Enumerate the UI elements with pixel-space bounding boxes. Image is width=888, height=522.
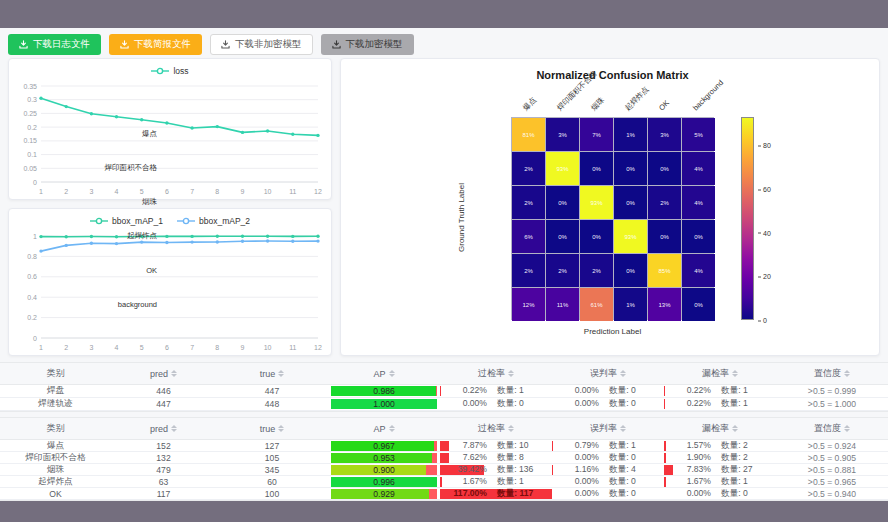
column-header-pred[interactable]: pred <box>111 424 216 434</box>
confidence-cell: >0.5 = 1.000 <box>776 398 888 410</box>
download-icon <box>19 40 28 49</box>
svg-text:0.4: 0.4 <box>27 294 37 301</box>
svg-text:9: 9 <box>241 344 245 351</box>
legend-item-bbox_mAP_2[interactable]: bbox_mAP_2 <box>177 216 250 226</box>
matrix-cell: 0% <box>682 288 715 321</box>
map-chart-card: bbox_mAP_1bbox_mAP_2 00.20.40.60.8112345… <box>8 208 332 356</box>
column-header-true[interactable]: true <box>216 424 328 434</box>
column-header-conf[interactable]: 置信度 <box>776 422 888 435</box>
mis-cell: 0.00%数量: 0 <box>552 476 664 488</box>
sort-icon <box>508 425 514 433</box>
dashboard-app: 下载日志文件下载简报文件下载非加密模型下载加密模型 loss 00.050.10… <box>0 0 888 522</box>
mis-cell: 0.00%数量: 0 <box>552 452 664 464</box>
loss-chart-legend: loss <box>13 63 327 79</box>
matrix-cell: 0% <box>614 186 647 219</box>
sort-icon <box>732 425 738 433</box>
svg-text:9: 9 <box>241 188 245 195</box>
legend-item-bbox_mAP_1[interactable]: bbox_mAP_1 <box>90 216 163 226</box>
matrix-col-label: 起焊炸点 <box>622 85 650 113</box>
svg-text:2: 2 <box>64 188 68 195</box>
colorbar-tick: 80 <box>758 142 771 149</box>
svg-text:7: 7 <box>190 344 194 351</box>
charts-column: loss 00.050.10.150.20.250.30.35123456789… <box>8 58 332 356</box>
download-plain-model-button[interactable]: 下载非加密模型 <box>210 34 313 55</box>
svg-text:0: 0 <box>33 335 37 342</box>
matrix-cell: 0% <box>682 220 715 253</box>
matrix-cell: 85% <box>648 254 681 287</box>
true-cell: 105 <box>216 452 328 464</box>
matrix-cell: 0% <box>614 152 647 185</box>
table-row: 起焊炸点63600.9961.67%数量: 10.00%数量: 01.67%数量… <box>0 476 888 488</box>
matrix-cell: 3% <box>546 118 579 151</box>
true-cell: 100 <box>216 488 328 500</box>
confusion-matrix-title: Normalized Confusion Matrix <box>441 69 784 81</box>
svg-text:12: 12 <box>314 344 322 351</box>
pred-cell: 152 <box>111 440 216 452</box>
category-cell: 焊盘 <box>0 385 111 397</box>
column-header-true[interactable]: true <box>216 369 328 379</box>
true-cell: 345 <box>216 464 328 476</box>
sort-icon <box>620 370 626 378</box>
download-icon <box>120 40 129 49</box>
column-header-mis[interactable]: 误判率 <box>552 422 664 435</box>
matrix-row-label: 焊印面积不合格 <box>67 163 157 173</box>
svg-text:6: 6 <box>165 188 169 195</box>
column-header-miss[interactable]: 漏检率 <box>664 422 776 435</box>
confidence-cell: >0.5 = 0.999 <box>776 385 888 397</box>
button-label: 下载加密模型 <box>346 39 403 49</box>
matrix-row-label: 烟珠 <box>67 197 157 207</box>
svg-text:5: 5 <box>140 188 144 195</box>
column-header-over[interactable]: 过检率 <box>440 422 552 435</box>
matrix-cell: 0% <box>546 220 579 253</box>
column-header-over[interactable]: 过检率 <box>440 367 552 380</box>
legend-item-loss[interactable]: loss <box>151 66 188 76</box>
sort-icon <box>389 425 395 433</box>
defect-table: 类别predtrueAP过检率误判率漏检率置信度爆点1521270.9677.8… <box>0 417 888 501</box>
svg-text:5: 5 <box>140 344 144 351</box>
svg-text:0.25: 0.25 <box>23 110 37 117</box>
matrix-cell: 3% <box>648 118 681 151</box>
y-axis-label: Ground Truth Label <box>457 118 466 318</box>
miss-cell: 0.22%数量: 1 <box>664 385 776 397</box>
column-header-conf[interactable]: 置信度 <box>776 367 888 380</box>
confidence-cell: >0.5 = 0.965 <box>776 476 888 488</box>
column-header-miss[interactable]: 漏检率 <box>664 367 776 380</box>
miss-cell: 1.57%数量: 2 <box>664 440 776 452</box>
column-header-pred[interactable]: pred <box>111 369 216 379</box>
sort-icon <box>278 425 284 433</box>
svg-text:11: 11 <box>289 188 296 195</box>
ap-cell: 0.986 <box>328 385 440 397</box>
column-header-mis[interactable]: 误判率 <box>552 367 664 380</box>
sort-icon <box>278 370 284 378</box>
miss-cell: 0.22%数量: 1 <box>664 398 776 410</box>
svg-text:0: 0 <box>33 179 37 186</box>
sort-icon <box>171 425 177 433</box>
over-cell: 7.87%数量: 10 <box>440 440 552 452</box>
matrix-cell: 93% <box>580 186 613 219</box>
matrix-cell: 1% <box>614 288 647 321</box>
matrix-cell: 4% <box>682 254 715 287</box>
miss-cell: 7.83%数量: 27 <box>664 464 776 476</box>
legend-marker-icon <box>151 67 169 75</box>
confidence-cell: >0.5 = 0.881 <box>776 464 888 476</box>
over-cell: 117.00%数量: 117 <box>440 488 552 500</box>
confusion-matrix-grid: 81%3%7%1%3%5%2%93%0%0%0%4%2%0%93%0%2%4%6… <box>511 117 714 320</box>
top-window-bar <box>0 0 888 28</box>
table-row: 烟珠4793450.90039.42%数量: 1361.16%数量: 47.83… <box>0 464 888 476</box>
category-cell: 焊缝轨迹 <box>0 398 111 410</box>
miss-cell: 1.90%数量: 2 <box>664 452 776 464</box>
svg-text:4: 4 <box>115 344 119 351</box>
mis-cell: 0.00%数量: 0 <box>552 385 664 397</box>
download-encrypted-model-button[interactable]: 下载加密模型 <box>321 34 414 55</box>
bottom-window-bar <box>0 501 888 522</box>
over-cell: 1.67%数量: 1 <box>440 476 552 488</box>
matrix-cell: 13% <box>648 288 681 321</box>
column-header-ap[interactable]: AP <box>328 369 440 379</box>
download-log-button[interactable]: 下载日志文件 <box>8 34 101 55</box>
column-header-ap[interactable]: AP <box>328 424 440 434</box>
button-label: 下载简报文件 <box>134 39 191 49</box>
table-row: 焊缝轨迹4474481.0000.00%数量: 00.00%数量: 00.22%… <box>0 398 888 411</box>
mis-cell: 1.16%数量: 4 <box>552 464 664 476</box>
download-report-button[interactable]: 下载简报文件 <box>109 34 202 55</box>
main-area: loss 00.050.10.150.20.250.30.35123456789… <box>0 58 888 356</box>
